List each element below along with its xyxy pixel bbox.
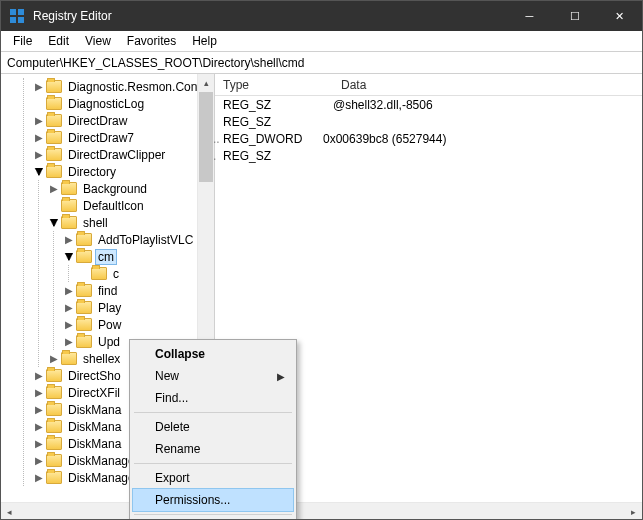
col-data[interactable]: Data <box>333 78 374 92</box>
chevron-right-icon[interactable]: ▶ <box>32 420 46 434</box>
chevron-right-icon[interactable]: ▶ <box>32 471 46 485</box>
chevron-right-icon[interactable]: ▶ <box>62 318 76 332</box>
folder-icon <box>46 420 62 433</box>
folder-icon <box>46 165 62 178</box>
chevron-right-icon[interactable]: ▶ <box>32 148 46 162</box>
tree-item[interactable]: Pow <box>96 318 123 332</box>
ctx-rename[interactable]: Rename <box>133 438 293 460</box>
scroll-left-icon[interactable]: ◂ <box>1 503 18 519</box>
chevron-right-icon[interactable]: ▶ <box>32 80 46 94</box>
chevron-right-icon[interactable]: ▶ <box>47 352 61 366</box>
tree-item[interactable]: find <box>96 284 119 298</box>
title-bar: Registry Editor ─ ☐ ✕ <box>1 1 642 31</box>
menu-favorites[interactable]: Favorites <box>119 32 184 50</box>
folder-icon <box>76 335 92 348</box>
folder-icon <box>46 131 62 144</box>
minimize-button[interactable]: ─ <box>507 1 552 31</box>
tree-item[interactable]: DirectSho <box>66 369 123 383</box>
folder-icon <box>46 114 62 127</box>
folder-icon <box>46 454 62 467</box>
address-bar <box>1 52 642 74</box>
tree-item[interactable]: DefaultIcon <box>81 199 146 213</box>
tree-item[interactable]: AddToPlaylistVLC <box>96 233 195 247</box>
tree-item[interactable]: Play <box>96 301 123 315</box>
chevron-right-icon[interactable]: ▶ <box>62 301 76 315</box>
chevron-right-icon[interactable]: ▶ <box>32 369 46 383</box>
menu-help[interactable]: Help <box>184 32 225 50</box>
chevron-down-icon[interactable]: ⯆ <box>62 250 76 264</box>
tree-item[interactable]: DiskMana <box>66 403 123 417</box>
folder-icon <box>61 199 77 212</box>
scroll-up-icon[interactable]: ▴ <box>198 74 215 91</box>
folder-icon <box>76 318 92 331</box>
separator <box>134 514 292 515</box>
tree-item[interactable]: Upd <box>96 335 122 349</box>
tree-item[interactable]: shellex <box>81 352 122 366</box>
ctx-find[interactable]: Find... <box>133 387 293 409</box>
folder-icon <box>46 80 62 93</box>
chevron-right-icon[interactable]: ▶ <box>47 182 61 196</box>
menu-view[interactable]: View <box>77 32 119 50</box>
folder-icon <box>76 301 92 314</box>
menu-file[interactable]: File <box>5 32 40 50</box>
tree-item[interactable]: DiagnosticLog <box>66 97 146 111</box>
folder-icon <box>46 386 62 399</box>
close-button[interactable]: ✕ <box>597 1 642 31</box>
ctx-new[interactable]: New▶ <box>133 365 293 387</box>
app-icon <box>9 8 25 24</box>
separator <box>134 463 292 464</box>
list-row[interactable]: REG_SZ@shell32.dll,-8506 <box>215 96 642 113</box>
folder-icon <box>46 437 62 450</box>
folder-icon <box>61 352 77 365</box>
tree-item[interactable]: c <box>111 267 121 281</box>
tree-item[interactable]: DiskMana <box>66 437 123 451</box>
ctx-delete[interactable]: Delete <box>133 416 293 438</box>
chevron-down-icon[interactable]: ⯆ <box>32 165 46 179</box>
chevron-right-icon[interactable]: ▶ <box>62 284 76 298</box>
tree-item[interactable]: Directory <box>66 165 118 179</box>
folder-icon <box>91 267 107 280</box>
address-input[interactable] <box>1 52 642 73</box>
chevron-right-icon[interactable]: ▶ <box>32 437 46 451</box>
tree-item[interactable]: shell <box>81 216 110 230</box>
scroll-right-icon[interactable]: ▸ <box>625 503 642 520</box>
chevron-down-icon[interactable]: ⯆ <box>47 216 61 230</box>
tree-item-selected[interactable]: cm <box>96 250 116 264</box>
tree-item[interactable]: DirectXFil <box>66 386 122 400</box>
tree-item[interactable]: DirectDrawClipper <box>66 148 167 162</box>
menu-bar: File Edit View Favorites Help <box>1 31 642 52</box>
ctx-export[interactable]: Export <box>133 467 293 489</box>
folder-icon <box>76 233 92 246</box>
menu-edit[interactable]: Edit <box>40 32 77 50</box>
ctx-collapse[interactable]: Collapse <box>133 343 293 365</box>
chevron-right-icon: ▶ <box>277 371 285 382</box>
maximize-button[interactable]: ☐ <box>552 1 597 31</box>
folder-icon <box>46 97 62 110</box>
folder-icon <box>61 182 77 195</box>
folder-icon <box>46 369 62 382</box>
chevron-right-icon[interactable]: ▶ <box>62 335 76 349</box>
list-row[interactable]: .. REG_DWORD0x00639bc8 (6527944) <box>215 130 642 147</box>
chevron-right-icon[interactable]: ▶ <box>32 386 46 400</box>
chevron-right-icon[interactable]: ▶ <box>32 131 46 145</box>
folder-icon <box>46 471 62 484</box>
folder-icon <box>61 216 77 229</box>
tree-item[interactable]: Diagnostic.Resmon.Con <box>66 80 199 94</box>
list-row[interactable]: REG_SZ <box>215 113 642 130</box>
col-type[interactable]: Type <box>215 78 333 92</box>
list-header: Type Data <box>215 74 642 96</box>
folder-icon <box>76 284 92 297</box>
chevron-right-icon[interactable]: ▶ <box>32 403 46 417</box>
context-menu: Collapse New▶ Find... Delete Rename Expo… <box>129 339 297 520</box>
chevron-right-icon[interactable]: ▶ <box>62 233 76 247</box>
chevron-right-icon[interactable]: ▶ <box>32 114 46 128</box>
separator <box>134 412 292 413</box>
tree-item[interactable]: DirectDraw7 <box>66 131 136 145</box>
tree-item[interactable]: Background <box>81 182 149 196</box>
tree-item[interactable]: DirectDraw <box>66 114 129 128</box>
list-row[interactable]: . REG_SZ <box>215 147 642 164</box>
chevron-right-icon[interactable]: ▶ <box>32 454 46 468</box>
ctx-permissions[interactable]: Permissions... <box>133 489 293 511</box>
scrollbar-thumb[interactable] <box>199 92 213 182</box>
tree-item[interactable]: DiskMana <box>66 420 123 434</box>
